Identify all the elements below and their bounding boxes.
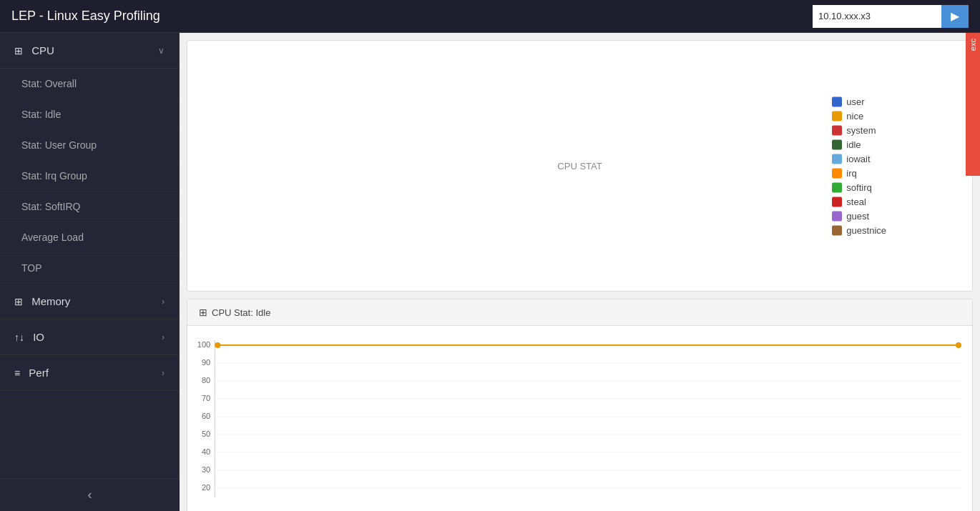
svg-text:50: 50 <box>202 430 210 438</box>
app-title: LEP - Linux Easy Profiling <box>11 9 160 24</box>
svg-text:70: 70 <box>202 394 210 402</box>
ip-input[interactable] <box>813 5 941 28</box>
svg-text:20: 20 <box>202 483 210 492</box>
sidebar-item-average-load[interactable]: Average Load <box>0 222 179 253</box>
sidebar-section-io-label: ↑↓ IO <box>14 331 44 343</box>
legend-label-softirq: softirq <box>846 182 871 193</box>
sidebar-collapse-button[interactable]: ‹ <box>0 478 180 511</box>
legend-label-irq: irq <box>846 168 856 179</box>
legend-item-steal: steal <box>832 197 886 207</box>
legend-item-guest: guest <box>832 211 886 222</box>
legend-item-guestnice: guestnice <box>832 225 886 236</box>
legend-item-user: user <box>832 96 886 107</box>
legend-color-user <box>832 96 842 106</box>
sidebar-section-memory[interactable]: ⊞ Memory › <box>0 284 179 319</box>
svg-point-20 <box>215 342 220 348</box>
right-panel-text: exc <box>967 36 979 54</box>
cpu-stat-overall-panel: CPU STAT user nice system <box>187 40 973 292</box>
legend-item-iowait: iowait <box>832 154 886 164</box>
sidebar-section-perf[interactable]: ≡ Perf › <box>0 355 179 391</box>
io-chevron-icon: › <box>162 332 165 342</box>
sidebar-section-cpu-label: ⊞ CPU <box>14 44 54 56</box>
cpu-section-icon: ⊞ <box>14 45 23 56</box>
legend-item-idle: idle <box>832 139 886 150</box>
sidebar-section-cpu[interactable]: ⊞ CPU ∨ <box>0 33 179 69</box>
legend-color-irq <box>832 168 842 178</box>
cpu-stat-idle-body: 100 90 80 70 60 50 40 30 20 <box>187 326 972 511</box>
io-section-icon: ↑↓ <box>14 332 24 343</box>
app-header: LEP - Linux Easy Profiling ▶ <box>0 0 980 33</box>
legend-item-irq: irq <box>832 168 886 179</box>
sidebar-item-stat-user-group[interactable]: Stat: User Group <box>0 130 179 161</box>
cpu-stat-idle-title: CPU Stat: Idle <box>212 307 270 318</box>
header-controls: ▶ <box>813 5 969 28</box>
legend-item-nice: nice <box>832 111 886 121</box>
legend-label-guest: guest <box>846 211 869 222</box>
memory-section-icon: ⊞ <box>14 296 23 307</box>
sidebar-item-stat-idle[interactable]: Stat: Idle <box>0 99 179 130</box>
legend-color-guest <box>832 211 842 221</box>
legend-color-steal <box>832 197 842 207</box>
legend-label-system: system <box>846 125 876 136</box>
perf-section-icon: ≡ <box>14 367 20 379</box>
main-layout: ⊞ CPU ∨ Stat: Overall Stat: Idle Stat: U… <box>0 33 980 511</box>
svg-point-21 <box>956 342 961 348</box>
perf-chevron-icon: › <box>162 368 165 378</box>
svg-text:90: 90 <box>202 358 210 367</box>
idle-chart-svg: 100 90 80 70 60 50 40 30 20 <box>187 333 965 505</box>
sidebar-item-stat-irq-group[interactable]: Stat: Irq Group <box>0 161 179 192</box>
right-panel: exc <box>966 33 980 176</box>
cpu-stat-center-label: CPU STAT <box>557 161 602 172</box>
go-button[interactable]: ▶ <box>941 5 969 28</box>
cpu-stat-overall-body: CPU STAT user nice system <box>187 41 972 291</box>
legend-color-system <box>832 125 842 135</box>
sidebar-section-memory-label: ⊞ Memory <box>14 295 70 307</box>
legend-item-system: system <box>832 125 886 136</box>
sidebar-section-perf-label: ≡ Perf <box>14 367 49 379</box>
legend-color-iowait <box>832 154 842 164</box>
legend-color-softirq <box>832 182 842 192</box>
legend-label-nice: nice <box>846 111 863 121</box>
sidebar: ⊞ CPU ∨ Stat: Overall Stat: Idle Stat: U… <box>0 33 180 511</box>
cpu-chevron-icon: ∨ <box>158 46 165 56</box>
sidebar-item-top[interactable]: TOP <box>0 253 179 284</box>
legend-item-softirq: softirq <box>832 182 886 193</box>
legend-color-nice <box>832 111 842 121</box>
sidebar-section-io[interactable]: ↑↓ IO › <box>0 319 179 355</box>
sidebar-item-stat-softirq[interactable]: Stat: SoftIRQ <box>0 192 179 222</box>
svg-text:80: 80 <box>202 376 210 385</box>
memory-chevron-icon: › <box>162 297 165 307</box>
cpu-stat-idle-header: ⊞ CPU Stat: Idle <box>187 299 972 326</box>
svg-text:40: 40 <box>202 447 210 456</box>
svg-text:30: 30 <box>202 465 210 474</box>
idle-chart-icon: ⊞ <box>199 307 207 318</box>
legend-label-guestnice: guestnice <box>846 225 886 236</box>
cpu-stat-idle-panel: ⊞ CPU Stat: Idle 100 90 80 70 60 50 40 3… <box>187 299 973 511</box>
cpu-stat-legend: user nice system idle <box>832 96 886 236</box>
svg-text:60: 60 <box>202 412 210 420</box>
legend-color-guestnice <box>832 225 842 235</box>
main-content: CPU STAT user nice system <box>180 33 980 511</box>
legend-label-user: user <box>846 96 864 107</box>
legend-label-idle: idle <box>846 139 861 150</box>
legend-label-steal: steal <box>846 197 866 207</box>
legend-label-iowait: iowait <box>846 154 870 164</box>
sidebar-item-stat-overall[interactable]: Stat: Overall <box>0 69 179 99</box>
svg-text:100: 100 <box>197 340 210 349</box>
legend-color-idle <box>832 139 842 149</box>
